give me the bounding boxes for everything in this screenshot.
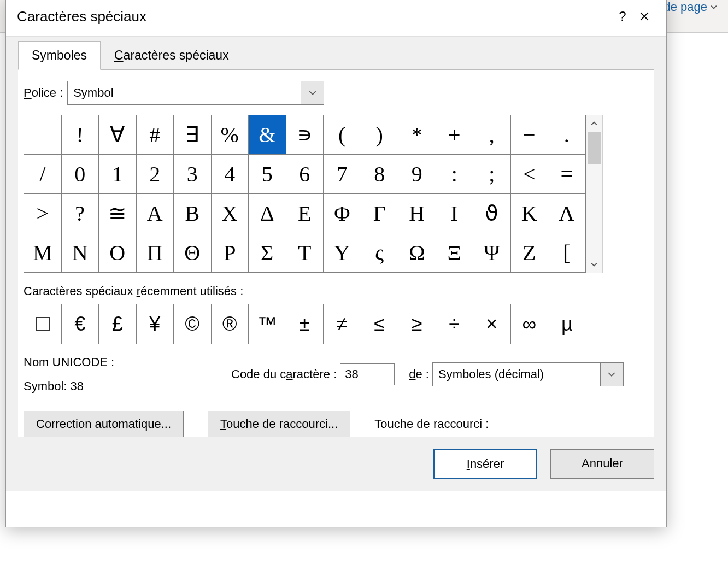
dialog-titlebar: Caractères spéciaux ? [6, 0, 666, 33]
dialog-title: Caractères spéciaux [17, 8, 146, 25]
special-characters-dialog: Caractères spéciaux ? Symboles Caractère… [5, 0, 667, 33]
help-button[interactable]: ? [612, 5, 633, 27]
close-button[interactable] [633, 5, 655, 27]
close-icon [639, 11, 649, 21]
chevron-down-icon [711, 4, 717, 10]
